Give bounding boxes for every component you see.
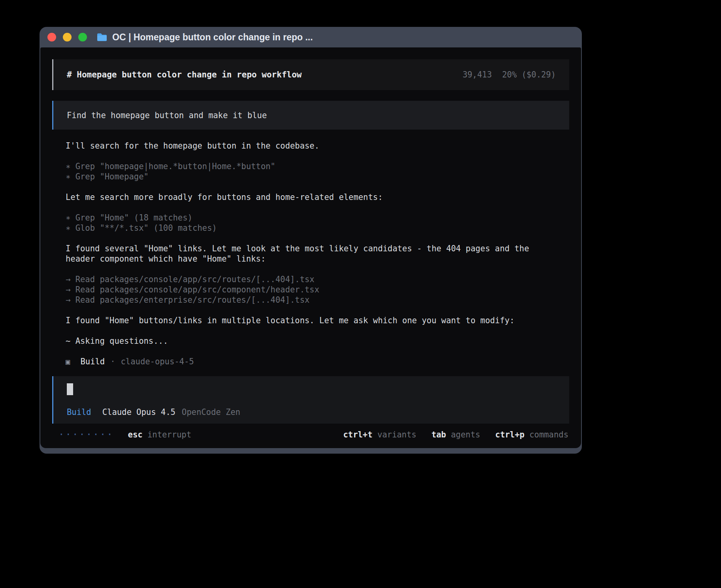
prompt-input[interactable]: BuildClaude Opus 4.5OpenCode Zen — [52, 376, 569, 424]
mode-label: Build — [67, 407, 91, 417]
session-stats: 39,41320% ($0.29) — [462, 70, 556, 80]
titlebar[interactable]: OC | Homepage button color change in rep… — [40, 27, 582, 47]
assistant-text: I'll search for the homepage button in t… — [66, 141, 556, 151]
spinner-dots-icon: ········ — [59, 430, 114, 440]
shortcut-variants: ctrl+t variants — [343, 430, 416, 440]
separator-dot: · — [110, 356, 115, 367]
folder-icon — [96, 32, 108, 42]
tool-call-grep: ∗ Grep "homepage|home.*button|Home.*butt… — [66, 161, 556, 172]
conversation: I'll search for the homepage button in t… — [52, 141, 569, 367]
asterisk-icon: ∗ — [66, 223, 70, 233]
asterisk-icon: ∗ — [66, 172, 70, 181]
status-left: ········ esc interrupt — [59, 430, 191, 440]
token-count: 39,413 — [462, 70, 492, 79]
tool-call-grep: ∗ Grep "Homepage" — [66, 172, 556, 182]
session-header: # Homepage button color change in repo w… — [52, 59, 569, 90]
window-title: OC | Homepage button color change in rep… — [112, 32, 313, 43]
provider-name: OpenCode Zen — [182, 407, 240, 417]
assistant-text: Let me search more broadly for buttons a… — [66, 192, 556, 202]
shortcut-agents: tab agents — [431, 430, 480, 440]
tool-call-read: → Read packages/console/app/src/componen… — [66, 285, 556, 295]
agent-name: Build — [80, 356, 105, 367]
assistant-text: I found "Home" buttons/links in multiple… — [66, 315, 556, 326]
agent-model: claude-opus-4-5 — [121, 356, 194, 367]
shortcut-commands: ctrl+p commands — [495, 430, 568, 440]
tool-call-glob: ∗ Glob "**/*.tsx" (100 matches) — [66, 223, 556, 233]
asterisk-icon: ∗ — [66, 213, 70, 222]
assistant-text: I found several "Home" links. Let me loo… — [66, 243, 556, 264]
close-button[interactable] — [47, 33, 56, 41]
status-right: ctrl+t variants tab agents ctrl+p comman… — [343, 430, 568, 440]
tool-call-group: ∗ Grep "Home" (18 matches) ∗ Glob "**/*.… — [66, 213, 556, 233]
asterisk-icon: ∗ — [66, 162, 70, 171]
arrow-right-icon: → — [66, 295, 70, 305]
tool-call-read: → Read packages/enterprise/src/routes/[.… — [66, 295, 556, 305]
terminal-content: # Homepage button color change in repo w… — [40, 47, 581, 448]
context-usage: 20% ($0.29) — [502, 70, 556, 79]
shortcut-interrupt: esc interrupt — [128, 430, 191, 440]
status-bar: ········ esc interrupt ctrl+t variants t… — [52, 424, 569, 448]
text-cursor — [67, 383, 73, 395]
arrow-right-icon: → — [66, 275, 70, 284]
user-message-text: Find the homepage button and make it blu… — [67, 110, 267, 121]
user-message: Find the homepage button and make it blu… — [52, 101, 569, 130]
tool-call-group: → Read packages/console/app/src/routes/[… — [66, 274, 556, 305]
arrow-right-icon: → — [66, 285, 70, 294]
tool-call-grep: ∗ Grep "Home" (18 matches) — [66, 213, 556, 223]
asking-questions-status: ~ Asking questions... — [66, 336, 556, 346]
tool-call-group: ∗ Grep "homepage|home.*button|Home.*butt… — [66, 161, 556, 182]
model-name: Claude Opus 4.5 — [102, 407, 176, 417]
session-title: # Homepage button color change in repo w… — [67, 70, 302, 80]
minimize-button[interactable] — [63, 33, 72, 41]
terminal-window: OC | Homepage button color change in rep… — [40, 27, 582, 454]
tool-call-read: → Read packages/console/app/src/routes/[… — [66, 274, 556, 285]
model-row: BuildClaude Opus 4.5OpenCode Zen — [67, 407, 556, 417]
agent-status-line: ▣Build·claude-opus-4-5 — [66, 356, 556, 367]
zoom-button[interactable] — [78, 33, 87, 41]
agent-square-icon: ▣ — [66, 356, 70, 367]
